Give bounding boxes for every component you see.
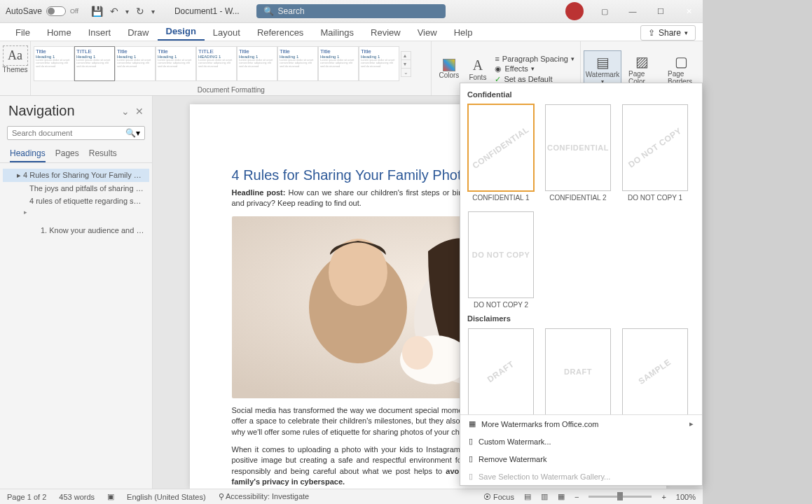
minimize-button[interactable]: — xyxy=(619,0,647,23)
autosave-toggle[interactable] xyxy=(46,6,66,16)
view-readmode-icon[interactable]: ▤ xyxy=(524,492,531,501)
style-card[interactable]: TitleHeading 1Lorem ipsum dolor sit amet… xyxy=(359,46,399,81)
watermark-caption: DO NOT COPY 1 xyxy=(628,191,682,202)
paragraph-spacing-button[interactable]: ≡Paragraph Spacing ▾ xyxy=(495,55,574,63)
navpane-close-icon[interactable]: ✕ xyxy=(135,106,144,117)
share-icon: ⇪ xyxy=(648,28,655,38)
ribbon-display-button[interactable]: ▢ xyxy=(591,0,619,23)
watermark-option[interactable]: DO NOT COPYDO NOT COPY 1 xyxy=(621,104,689,202)
status-words[interactable]: 453 words xyxy=(59,493,95,501)
tab-design[interactable]: Design xyxy=(158,23,205,41)
nav-heading-item[interactable]: ▸ 4 Rules for Sharing Your Family Phot..… xyxy=(3,169,149,182)
tab-references[interactable]: References xyxy=(249,24,312,41)
themes-button[interactable]: Aa Themes xyxy=(3,43,28,74)
tab-help[interactable]: Help xyxy=(446,24,481,41)
spellcheck-icon[interactable]: ▣ xyxy=(107,492,114,501)
view-web-icon[interactable]: ▦ xyxy=(558,492,565,501)
style-card[interactable]: TITLEHeading 1Lorem ipsum dolor sit amet… xyxy=(74,46,115,81)
style-card[interactable]: TitleHeading 1Lorem ipsum dolor sit amet… xyxy=(34,46,74,81)
watermark-option[interactable]: CONFIDENTIALCONFIDENTIAL 2 xyxy=(544,104,612,202)
navpane-dropdown-icon[interactable]: ⌄ xyxy=(121,106,130,117)
title-bar: AutoSave Off 💾 ↶ ▾ ↻ ▾ Document1 - W... … xyxy=(0,0,703,23)
undo-dropdown-icon[interactable]: ▾ xyxy=(125,8,129,15)
tab-insert[interactable]: Insert xyxy=(80,24,120,41)
user-badge[interactable] xyxy=(565,2,584,20)
tab-layout[interactable]: Layout xyxy=(205,24,249,41)
navtab-pages[interactable]: Pages xyxy=(55,146,79,162)
undo-icon[interactable]: ↶ xyxy=(110,6,118,17)
status-focus[interactable]: ⦿ Focus xyxy=(483,493,514,501)
gallery-up-icon[interactable]: ▴ xyxy=(401,52,411,60)
style-card[interactable]: TitleHeading 1Lorem ipsum dolor sit amet… xyxy=(237,46,277,81)
colors-label: Colors xyxy=(439,71,459,79)
save-icon[interactable]: 💾 xyxy=(91,6,103,17)
style-card[interactable]: TITLEHEADING 1Lorem ipsum dolor sit amet… xyxy=(196,46,237,81)
fonts-button[interactable]: A Fonts xyxy=(465,55,490,84)
style-card[interactable]: TitleHeading 1Lorem ipsum dolor sit amet… xyxy=(318,46,359,81)
status-lang[interactable]: English (United States) xyxy=(127,493,206,501)
page-icon: ▯ xyxy=(469,437,473,446)
maximize-button[interactable]: ☐ xyxy=(647,0,675,23)
style-gallery[interactable]: TitleHeading 1Lorem ipsum dolor sit amet… xyxy=(34,46,399,83)
nav-heading-item[interactable]: 4 rules of etiquette regarding sha... xyxy=(3,195,149,207)
focus-icon: ⦿ xyxy=(483,493,491,501)
search-icon[interactable]: 🔍▾ xyxy=(125,128,140,138)
tab-draw[interactable]: Draw xyxy=(119,24,157,41)
themes-icon: Aa xyxy=(3,46,28,66)
wm-custom-label: Custom Watermark... xyxy=(479,438,551,446)
gallery-down-icon[interactable]: ▾ xyxy=(401,60,411,69)
navtab-results[interactable]: Results xyxy=(89,146,117,162)
style-card[interactable]: TitleHeading 1Lorem ipsum dolor sit amet… xyxy=(277,46,318,81)
wm-more-office[interactable]: ▦ More Watermarks from Office.com ▸ xyxy=(460,415,702,433)
wm-save-label: Save Selection to Watermark Gallery... xyxy=(479,472,610,481)
status-page[interactable]: Page 1 of 2 xyxy=(7,493,46,501)
share-button[interactable]: ⇪ Share ▾ xyxy=(640,25,696,41)
colors-button[interactable]: Colors xyxy=(434,56,463,82)
wm-remove[interactable]: ▯ Remove Watermark xyxy=(460,450,702,468)
tab-view[interactable]: View xyxy=(409,24,446,41)
view-print-icon[interactable]: ▥ xyxy=(541,492,548,501)
navtab-headings[interactable]: Headings xyxy=(10,146,46,162)
tab-home[interactable]: Home xyxy=(39,24,80,41)
watermark-option[interactable]: DO NOT COPYDO NOT COPY 2 xyxy=(467,211,535,309)
tab-file[interactable]: File xyxy=(7,24,39,41)
wm-more-label: More Watermarks from Office.com xyxy=(481,420,598,428)
qat-dropdown-icon[interactable]: ▾ xyxy=(151,8,155,15)
wm-save-selection: ▯ Save Selection to Watermark Gallery... xyxy=(460,468,702,485)
zoom-in-icon[interactable]: + xyxy=(661,493,666,501)
grid-icon: ▦ xyxy=(469,419,476,428)
page-color-icon: ▨ xyxy=(635,53,649,70)
ribbon-tabs: File Home Insert Draw Design Layout Refe… xyxy=(0,23,703,41)
gallery-more-icon[interactable]: ⌄ xyxy=(401,69,411,76)
status-bar: Page 1 of 2 453 words ▣ English (United … xyxy=(0,489,703,504)
zoom-slider[interactable] xyxy=(589,496,652,498)
search-box[interactable]: 🔍 xyxy=(256,4,446,18)
watermark-option[interactable]: SAMPLESAMPLE 1 xyxy=(621,328,689,414)
search-input[interactable] xyxy=(278,6,439,16)
watermark-option[interactable]: DRAFTDRAFT 2 xyxy=(544,328,612,414)
close-button[interactable]: ✕ xyxy=(675,0,703,23)
style-card[interactable]: TitleHeading 1Lorem ipsum dolor sit amet… xyxy=(156,46,196,81)
wm-section-disclaimers: Disclaimers xyxy=(466,310,696,327)
effects-button[interactable]: ◉Effects ▾ xyxy=(495,64,574,74)
autosave-state: Off xyxy=(70,8,78,15)
tab-mailings[interactable]: Mailings xyxy=(312,24,362,41)
watermark-option[interactable]: CONFIDENTIALCONFIDENTIAL 1 xyxy=(467,104,535,202)
autosave-label: AutoSave xyxy=(6,6,42,16)
chevron-down-icon: ▾ xyxy=(684,29,688,36)
doc-formatting-label: Document Formatting xyxy=(34,85,428,95)
zoom-out-icon[interactable]: − xyxy=(574,493,579,501)
svg-point-6 xyxy=(402,336,433,370)
nav-heading-item[interactable]: The joys and pitfalls of sharing yo... xyxy=(3,182,149,195)
style-card[interactable]: TitleHeading 1Lorem ipsum dolor sit amet… xyxy=(115,46,156,81)
zoom-level[interactable]: 100% xyxy=(676,493,696,501)
nav-tree: ▸ 4 Rules for Sharing Your Family Phot..… xyxy=(0,163,152,242)
watermark-option[interactable]: DRAFTDRAFT 1 xyxy=(467,328,535,414)
tab-review[interactable]: Review xyxy=(362,24,409,41)
wm-custom[interactable]: ▯ Custom Watermark... xyxy=(460,433,702,450)
nav-search-box[interactable]: 🔍▾ xyxy=(7,126,145,140)
nav-search-input[interactable] xyxy=(12,129,125,137)
nav-heading-item[interactable]: 1. Know your audience and se... xyxy=(3,224,149,237)
status-accessibility[interactable]: ⚲ Accessibility: Investigate xyxy=(219,492,310,501)
redo-icon[interactable]: ↻ xyxy=(136,6,144,17)
